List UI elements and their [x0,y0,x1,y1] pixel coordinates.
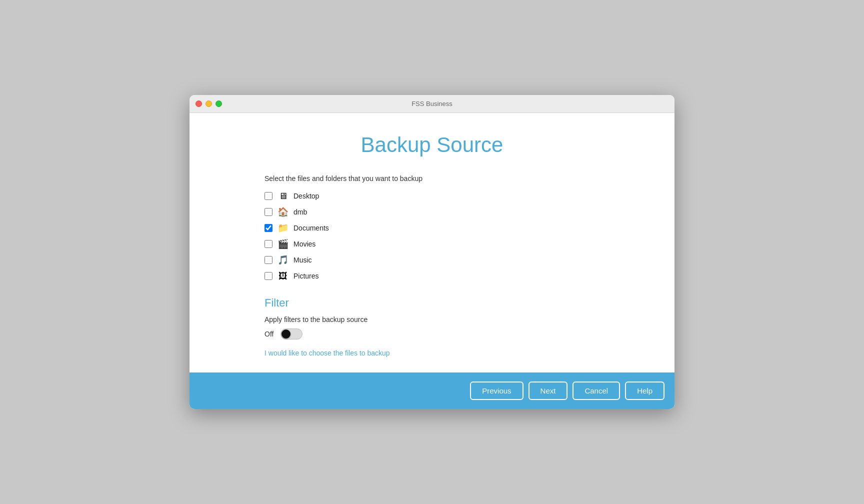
dmb-icon: 🏠 [278,206,288,218]
folder-name: Documents [294,224,329,232]
list-item: 🎬 Movies [264,238,600,250]
documents-icon: 📁 [278,222,288,234]
instruction-text: Select the files and folders that you wa… [264,174,600,182]
folder-name: Pictures [294,272,319,280]
filter-toggle[interactable] [280,328,302,340]
list-item: 🎵 Music [264,254,600,266]
music-icon: 🎵 [278,254,288,266]
next-button[interactable]: Next [528,382,568,400]
previous-button[interactable]: Previous [470,382,523,400]
toggle-label: Off [264,330,274,338]
toggle-row: Off [264,328,600,340]
traffic-lights [196,100,222,107]
content-area: Backup Source Select the files and folde… [190,113,674,372]
list-item: 🏠 dmb [264,206,600,218]
documents-checkbox[interactable] [264,224,272,232]
window-title: FSS Business [412,100,452,108]
minimize-button[interactable] [206,100,212,107]
folder-list: 🖥 Desktop 🏠 dmb 📁 Documents 🎬 Movies 🎵 [264,190,600,282]
footer-bar: Previous Next Cancel Help [190,372,674,409]
choose-files-link[interactable]: I would like to choose the files to back… [264,349,390,357]
maximize-button[interactable] [216,100,222,107]
cancel-button[interactable]: Cancel [572,382,620,400]
folder-name: Movies [294,240,316,248]
folder-name: Music [294,256,312,264]
desktop-checkbox[interactable] [264,192,272,200]
toggle-knob [282,330,290,338]
help-button[interactable]: Help [625,382,664,400]
list-item: 📁 Documents [264,222,600,234]
movies-checkbox[interactable] [264,240,272,248]
title-bar: FSS Business [190,95,674,113]
pictures-checkbox[interactable] [264,272,272,280]
list-item: 🖥 Desktop [264,190,600,202]
movies-icon: 🎬 [278,238,288,250]
desktop-icon: 🖥 [278,190,288,202]
folder-name: Desktop [294,192,319,200]
pictures-icon: 🖼 [278,270,288,282]
list-item: 🖼 Pictures [264,270,600,282]
filter-description: Apply filters to the backup source [264,316,600,324]
music-checkbox[interactable] [264,256,272,264]
filter-section-title: Filter [264,296,600,310]
page-title: Backup Source [264,133,600,157]
close-button[interactable] [196,100,202,107]
dmb-checkbox[interactable] [264,208,272,216]
app-window: FSS Business Backup Source Select the fi… [190,95,674,409]
folder-name: dmb [294,208,307,216]
